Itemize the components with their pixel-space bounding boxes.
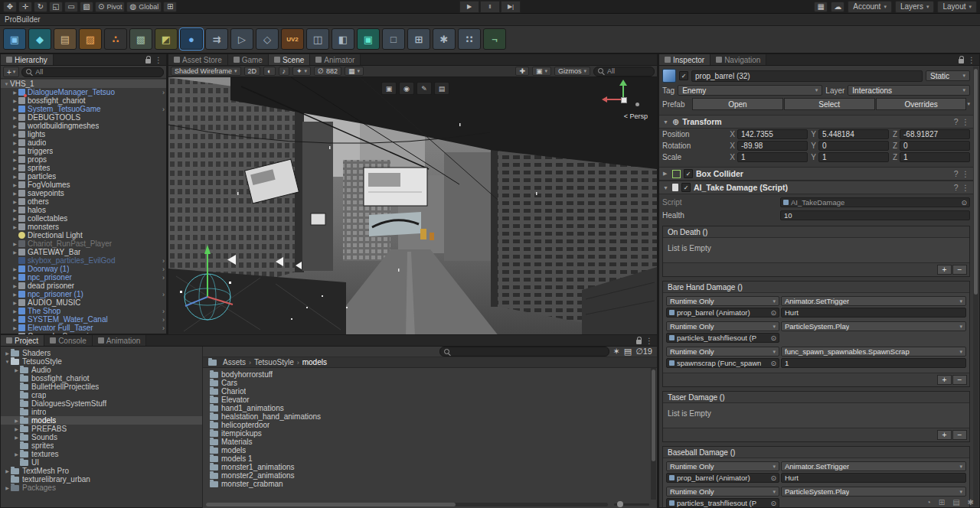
- breadcrumb-assets[interactable]: Assets: [223, 358, 246, 366]
- grid-snap-button[interactable]: ⊞: [163, 2, 177, 12]
- prefab-open-chevron-icon[interactable]: ›: [161, 308, 165, 315]
- uv-editor-icon[interactable]: ▨: [79, 28, 102, 50]
- select-hidden-toggle-icon[interactable]: ●: [180, 28, 203, 50]
- connect-edges-icon[interactable]: ∷: [458, 28, 481, 50]
- prefab-open-chevron-icon[interactable]: ›: [161, 291, 165, 298]
- hierarchy-item-doorway-1[interactable]: ▶Doorway (1)›: [1, 265, 166, 273]
- object-picker-icon[interactable]: ⊙: [770, 500, 776, 507]
- hierarchy-item-system-water-canal[interactable]: ▶SYSTEM_Water_Canal›: [1, 315, 166, 324]
- event-target-object-field[interactable]: prop_barrel (Animator)⊙: [666, 473, 779, 483]
- hierarchy-item-monsters[interactable]: ▶monsters: [1, 223, 166, 231]
- expand-arrow-icon[interactable]: ▶: [4, 468, 11, 474]
- project-folder-textmesh-pro[interactable]: ▶TextMesh Pro: [1, 467, 202, 475]
- prefab-open-chevron-icon[interactable]: ›: [161, 265, 165, 273]
- project-folder-crap[interactable]: crap: [1, 391, 202, 399]
- global-toggle[interactable]: ◍Global: [126, 2, 162, 12]
- hierarchy-item-system-tetsuogame[interactable]: ▶System_TetsuoGame›: [1, 105, 166, 113]
- active-checkbox[interactable]: ✓: [679, 71, 688, 80]
- lighting-toggle[interactable]: ◐: [263, 67, 275, 76]
- grow-selection-icon[interactable]: ◫: [306, 28, 329, 50]
- hierarchy-item-directional-light[interactable]: Directional Light: [1, 231, 166, 239]
- project-folder-bullethellprojectiles[interactable]: BulletHellProjectiles: [1, 383, 202, 391]
- asset-folder-bodyhorrorstuff[interactable]: bodyhorrorstuff: [203, 370, 657, 379]
- inspector-tab-inspector[interactable]: Inspector: [659, 54, 710, 65]
- hierarchy-item-debugtools[interactable]: ▶DEBUGTOOLS: [1, 113, 166, 122]
- project-folder-ui[interactable]: UI: [1, 458, 202, 467]
- vertical-scrollbar[interactable]: [651, 368, 656, 500]
- probuilderize-tool-icon[interactable]: ▣: [357, 28, 380, 50]
- hierarchy-item-particles[interactable]: ▶particles: [1, 172, 166, 181]
- hierarchy-search-input[interactable]: All: [21, 67, 164, 77]
- object-picker-icon[interactable]: ⊙: [770, 474, 776, 482]
- expand-arrow-icon[interactable]: ▶: [11, 148, 18, 154]
- panel-menu-icon[interactable]: ⋮: [968, 56, 975, 64]
- rotate-tool-button[interactable]: ↻: [34, 2, 47, 12]
- asset-folder-healstation-hand-animations[interactable]: healstation_hand_animations: [203, 412, 657, 421]
- vertex-colors-icon[interactable]: ∴: [104, 28, 127, 50]
- object-name-field[interactable]: prop_barrel (32): [691, 70, 923, 82]
- prefab-open-chevron-icon[interactable]: ›: [161, 324, 165, 332]
- tool-settings-button[interactable]: ✚: [515, 67, 529, 76]
- expand-arrow-icon[interactable]: ▶: [11, 182, 18, 187]
- add-listener-button[interactable]: +: [937, 265, 952, 275]
- asset-folder-chariot[interactable]: Chariot: [203, 387, 657, 396]
- project-folder-prefabs[interactable]: ▶PREFABS: [1, 425, 202, 433]
- scrollbar-thumb[interactable]: [652, 370, 655, 461]
- event-argument-field[interactable]: 1: [781, 358, 966, 368]
- asset-folder-elevator[interactable]: Elevator: [203, 396, 657, 404]
- layer-dropdown[interactable]: Interactions▾: [848, 85, 970, 96]
- expand-arrow-icon[interactable]: ▶: [11, 140, 18, 145]
- event-function-dropdown[interactable]: Animator.SetTrigger▾: [781, 296, 966, 306]
- expand-arrow-icon[interactable]: ▶: [11, 174, 18, 179]
- favorites-icon[interactable]: ✶: [613, 347, 620, 357]
- project-folder-dialoguessystemstuff[interactable]: DialoguesSystemStuff: [1, 399, 202, 408]
- view-tab-animator[interactable]: Animator: [310, 54, 361, 65]
- asset-folder-monster2-animations[interactable]: monster2_animations: [203, 471, 657, 480]
- expand-arrow-icon[interactable]: ▶: [11, 165, 18, 171]
- draw-overlay-icon[interactable]: ✎: [416, 82, 432, 95]
- expand-arrow-icon[interactable]: ▶: [4, 350, 11, 356]
- prefab-select-button[interactable]: Select: [784, 98, 875, 110]
- expand-arrow-icon[interactable]: ▶: [11, 98, 18, 103]
- expand-arrow-icon[interactable]: ▶: [13, 435, 20, 440]
- expand-arrow-icon[interactable]: ▶: [11, 291, 18, 297]
- material-editor-icon[interactable]: ▤: [54, 28, 77, 50]
- project-folder-tetsuostyle[interactable]: ▼TetsuoStyle: [1, 357, 202, 366]
- hierarchy-item-props[interactable]: ▶props: [1, 155, 166, 164]
- asset-folder-materials[interactable]: Materials: [203, 438, 657, 446]
- project-folder-textures[interactable]: ▶textures: [1, 450, 202, 458]
- tag-dropdown[interactable]: Enemy▾: [678, 85, 822, 96]
- scrollbar-thumb[interactable]: [206, 503, 456, 506]
- scene-search-input[interactable]: All: [593, 67, 655, 77]
- prefab-overrides-button[interactable]: Overrides: [876, 98, 967, 110]
- hand-tool-button[interactable]: ✥: [3, 2, 17, 12]
- prefab-open-chevron-icon[interactable]: ›: [161, 274, 165, 282]
- hierarchy-item-skybox-particles-evilgod[interactable]: skybox_particles_EvilGod›: [1, 256, 166, 265]
- expand-arrow-icon[interactable]: ▶: [11, 308, 18, 314]
- remove-listener-button[interactable]: −: [952, 375, 967, 385]
- bottom-tab-console[interactable]: Console: [44, 335, 93, 346]
- expand-arrow-icon[interactable]: ▶: [11, 106, 18, 112]
- gizmo-center-cube[interactable]: [621, 97, 627, 103]
- expand-arrow-icon[interactable]: ▼: [4, 360, 11, 364]
- hierarchy-item-lights[interactable]: ▶lights: [1, 130, 166, 138]
- transform-rotation-y-field[interactable]: 0: [818, 141, 889, 151]
- project-search-input[interactable]: [439, 347, 609, 357]
- asset-folder-itempickups[interactable]: itempickups: [203, 429, 657, 438]
- asset-folder-monster-crabman[interactable]: monster_crabman: [203, 480, 657, 488]
- move-tool-button[interactable]: ✛: [18, 2, 32, 12]
- cloud-button[interactable]: ☁: [831, 2, 844, 12]
- prefab-open-chevron-icon[interactable]: ›: [161, 106, 165, 113]
- asset-folder-monster1-animations[interactable]: monster1_animations: [203, 463, 657, 471]
- bottom-tab-animation[interactable]: Animation: [93, 335, 146, 346]
- pause-button[interactable]: ‖: [480, 1, 500, 13]
- add-listener-button[interactable]: +: [937, 430, 952, 440]
- event-target-object-field[interactable]: particles_trashfliesout (P⊙: [666, 333, 779, 343]
- drag-select-mode-icon[interactable]: ◇: [256, 28, 279, 50]
- new-poly-shape-tool-icon[interactable]: ◆: [28, 28, 51, 50]
- lock-icon[interactable]: [959, 59, 964, 64]
- scale-tool-button[interactable]: ◱: [49, 2, 63, 12]
- project-folder-bossfight-chariot[interactable]: bossfight_chariot: [1, 374, 202, 383]
- health-field[interactable]: 10: [780, 210, 970, 220]
- merge-objects-icon[interactable]: ✱: [433, 28, 456, 50]
